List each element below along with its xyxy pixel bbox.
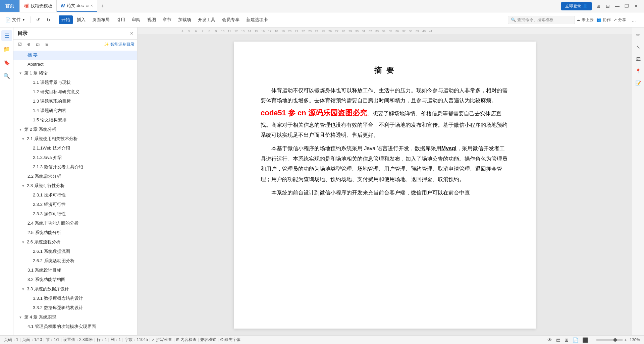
toc-smart-button[interactable]: ✨ 智能识别目录 — [104, 42, 135, 47]
tab-home[interactable]: 首页 — [0, 0, 20, 12]
status-view-icon-1[interactable]: 👁 — [547, 337, 552, 343]
add-tab-button[interactable]: + — [97, 0, 107, 12]
share-button[interactable]: ↗ 分享 — [613, 17, 626, 23]
toc-close-button[interactable]: × — [130, 31, 133, 37]
toc-list-item[interactable]: 1.4 课题研究内容 — [13, 106, 137, 115]
toc-item-label: 3.3.1 数据库概念结构设计 — [33, 295, 83, 301]
sidebar-icon-toc[interactable]: ☰ — [1, 30, 12, 41]
toolbar-chapter[interactable]: 章节 — [160, 15, 174, 24]
status-view-icon-2[interactable]: ▤ — [556, 337, 560, 343]
toc-list-item[interactable]: 摘 要 — [13, 51, 137, 60]
minimize-button[interactable]: — — [613, 2, 621, 10]
toolbar-member[interactable]: 会员专享 — [219, 15, 242, 24]
sidebar-icon-bookmark[interactable]: 🔖 — [1, 57, 12, 68]
close-button[interactable]: × — [632, 2, 640, 10]
toc-list-item[interactable]: ▼2.6 系统流程分析 — [13, 237, 137, 247]
toc-expand-btn[interactable]: ⊞ — [43, 41, 51, 48]
tab-doc[interactable]: W 论文.doc ⧉ × — [57, 0, 97, 12]
toc-list-item[interactable]: 3.1 系统设计目标 — [13, 266, 137, 275]
status-content-check[interactable]: ⊞ 内容检查 — [176, 337, 197, 343]
toc-list-item[interactable]: 1.3 课题实现的目标 — [13, 97, 137, 106]
toolbar-addons[interactable]: 加载项 — [175, 15, 194, 24]
toc-list-item[interactable]: 1.1 课题背景与现状 — [13, 78, 137, 87]
window-controls: ⊞ ⊟ — ❐ × — [594, 2, 640, 10]
toc-list-item[interactable]: 2.3.3 操作可行性 — [13, 209, 137, 219]
zoom-plus-btn[interactable]: + — [624, 337, 627, 343]
toc-item-label: 2.3.1 技术可行性 — [33, 192, 66, 198]
toolbar-sep-2 — [56, 16, 56, 23]
toc-list-item[interactable]: ▼第 2 章 系统分析 — [13, 125, 137, 134]
toc-list-item[interactable]: 2.1.2Java 介绍 — [13, 153, 137, 162]
status-view-icon-4[interactable]: 📄 — [573, 337, 578, 343]
toc-list-item[interactable]: 3.3.1 数据库概念结构设计 — [13, 294, 137, 303]
tab-template[interactable]: 稻 找稻壳模板 — [20, 0, 57, 12]
redo-button[interactable]: ↻ — [44, 16, 53, 24]
toc-list-item[interactable]: 3.3.2 数据库逻辑结构设计 — [13, 303, 137, 312]
toolbar-review[interactable]: 审阅 — [129, 15, 143, 24]
toc-list-item[interactable]: ▼2.3 系统可行性分析 — [13, 181, 137, 190]
toc-list-item[interactable]: 1.2 研究目标与研究意义 — [13, 87, 137, 97]
ruler-number: 12 — [233, 30, 239, 33]
ruler-number: 7 — [199, 30, 206, 33]
toolbar-insert[interactable]: 插入 — [74, 15, 88, 24]
doc-tab-close[interactable]: × — [91, 3, 93, 8]
sidebar-icon-folder[interactable]: 📁 — [1, 44, 12, 54]
ruler-number: 8 — [206, 30, 213, 33]
title-bar-right: 立即登录 👤 ⊞ ⊟ — ❐ × — [561, 2, 644, 10]
zoom-minus-btn[interactable]: − — [592, 337, 595, 343]
more-options-button[interactable]: … — [629, 16, 639, 24]
status-view-icon-5[interactable]: ⬛ — [582, 337, 588, 343]
toolbar-page-layout[interactable]: 页面布局 — [90, 15, 112, 24]
toolbar-references[interactable]: 引用 — [114, 15, 128, 24]
toolbar-developer[interactable]: 开发工具 — [195, 15, 218, 24]
toc-list-item[interactable]: 3.2 系统功能结构图 — [13, 275, 137, 284]
restore-button[interactable]: ❐ — [623, 2, 631, 10]
right-icon-edit[interactable]: ✏ — [634, 30, 643, 40]
toc-list-item[interactable]: ▼第 1 章 绪论 — [13, 68, 137, 78]
toc-list-item[interactable]: Abstract — [13, 60, 137, 68]
collab-icon: 👥 — [596, 17, 601, 22]
toolbar-search[interactable]: 🔍 查找命令、搜索模板 — [508, 16, 575, 24]
toc-item-label: 2.1 系统使用相关技术分析 — [27, 136, 78, 142]
toc-list-item[interactable]: 1.5 论文结构安排 — [13, 115, 137, 125]
toc-list-item[interactable]: 2.2 系统需求分析 — [13, 172, 137, 181]
sidebar-icon-search[interactable]: 🔍 — [1, 70, 12, 81]
right-icon-comment[interactable]: 📝 — [634, 78, 643, 88]
toc-list-item[interactable]: 2.3.1 技术可行性 — [13, 190, 137, 200]
toc-list-item[interactable]: 2.3.2 经济可行性 — [13, 200, 137, 209]
toc-list-item[interactable]: 2.1.3 微信开发者工具介绍 — [13, 162, 137, 172]
toc-list-item[interactable]: ▼第 4 章 系统实现 — [13, 312, 137, 322]
status-spell-check[interactable]: ✓ 拼写检查 — [152, 337, 172, 343]
zoom-slider[interactable] — [596, 339, 623, 341]
doc-tab-restore[interactable]: ⧉ — [86, 4, 89, 8]
toc-list-item[interactable]: ▼3.3 系统的数据库设计 — [13, 284, 137, 294]
status-view-icon-3[interactable]: ⊞ — [565, 337, 569, 343]
toc-list-item[interactable]: 4.1 管理员权限的功能模块实现界面 — [13, 322, 137, 331]
toolbar-start[interactable]: 开始 — [59, 15, 73, 24]
toc-list-item[interactable]: 2.6.2 系统活动图分析 — [13, 256, 137, 266]
toc-list-item[interactable]: 2.5 系统功能分析 — [13, 228, 137, 237]
right-icon-cursor[interactable]: ↖ — [634, 42, 643, 52]
toolbar-newtab[interactable]: 新建选项卡 — [244, 15, 271, 24]
toc-list-item[interactable]: ▼2.1 系统使用相关技术分析 — [13, 134, 137, 144]
undo-button[interactable]: ↺ — [34, 16, 43, 24]
ruler-number: 35 — [387, 30, 394, 33]
toc-list-item[interactable]: 2.1.1Web 技术介绍 — [13, 144, 137, 153]
cloud-icon: ☁ — [576, 17, 580, 22]
toc-list-item[interactable]: 2.6.1 系统数据流图 — [13, 247, 137, 256]
right-icon-location[interactable]: 📍 — [634, 66, 643, 76]
grid-view-button[interactable]: ⊞ — [594, 2, 602, 10]
toc-add-btn[interactable]: ⊕ — [25, 41, 33, 48]
toolbar-file[interactable]: 📄 文件 ▼ — [3, 15, 28, 24]
toc-item-label: 2.6 系统流程分析 — [27, 239, 60, 245]
toc-folder-btn[interactable]: 🗂 — [34, 41, 42, 48]
document-scroll-area[interactable]: 摘 要 体育运动不仅可以锻炼身体也可以释放工作、生活中的压力。现如今参与运动的人… — [138, 35, 632, 335]
tiles-button[interactable]: ⊟ — [604, 2, 612, 10]
collaborate-button[interactable]: 👥 协作 — [596, 17, 611, 23]
right-icon-image[interactable]: 🖼 — [634, 54, 643, 64]
toolbar-view[interactable]: 视图 — [145, 15, 159, 24]
toc-list-item[interactable]: 2.4 系统非功能方面的分析 — [13, 219, 137, 228]
toc-checkbox-btn[interactable]: ☑ — [16, 41, 24, 48]
register-button[interactable]: 立即登录 👤 — [561, 2, 592, 10]
cloud-upload-button[interactable]: ☁ 未上云 — [576, 17, 594, 23]
